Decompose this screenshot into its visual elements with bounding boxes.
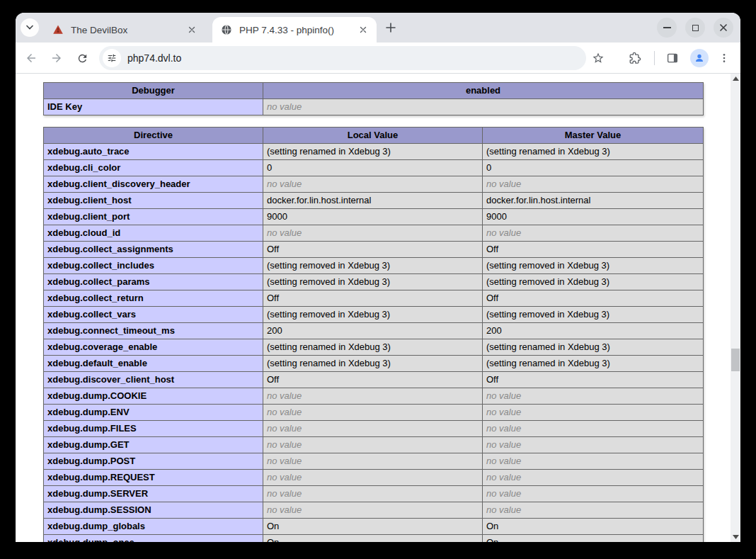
- master-value-cell: no value: [483, 470, 704, 486]
- directive-cell: IDE Key: [44, 99, 263, 115]
- directive-cell: xdebug.client_discovery_header: [44, 176, 263, 193]
- tab-devilbox[interactable]: The DevilBox: [44, 17, 205, 43]
- directive-cell: xdebug.client_host: [44, 193, 263, 209]
- master-value-cell: 9000: [483, 209, 704, 225]
- directive-cell: xdebug.dump_globals: [44, 519, 263, 535]
- table-row: xdebug.collect_assignmentsOffOff: [44, 242, 704, 258]
- debugger-table: Debugger enabled IDE Key no value: [43, 82, 704, 115]
- table-row: xdebug.dump.SESSIONno valueno value: [44, 502, 704, 519]
- menu-button[interactable]: [717, 51, 731, 65]
- table-row: xdebug.collect_vars(setting removed in X…: [44, 307, 704, 323]
- arrow-forward-icon: [50, 52, 63, 64]
- master-value-cell: no value: [483, 176, 704, 193]
- local-value-cell: On: [263, 535, 483, 543]
- back-button[interactable]: [24, 51, 38, 65]
- table-row: xdebug.collect_returnOffOff: [44, 290, 704, 307]
- table-row: xdebug.dump.POSTno valueno value: [44, 453, 704, 470]
- local-value-cell: no value: [263, 176, 483, 193]
- minimize-button[interactable]: [657, 18, 677, 38]
- debugger-header: Debugger: [44, 83, 263, 99]
- reload-button[interactable]: [75, 51, 89, 65]
- table-row: xdebug.client_hostdocker.for.lin.host.in…: [44, 193, 704, 209]
- local-value-cell: no value: [263, 486, 483, 502]
- local-value-cell: no value: [263, 388, 483, 405]
- local-value-cell: Off: [263, 290, 483, 307]
- browser-window: The DevilBox PHP 7.4.33 - phpinfo(): [16, 13, 740, 542]
- tab-strip: The DevilBox PHP 7.4.33 - phpinfo(): [16, 13, 740, 43]
- scroll-up-button[interactable]: [731, 74, 740, 84]
- master-value-cell: On: [483, 519, 704, 535]
- local-value-cell: (setting removed in Xdebug 3): [263, 258, 483, 274]
- local-value-cell: (setting renamed in Xdebug 3): [263, 356, 483, 372]
- directive-cell: xdebug.dump.SESSION: [44, 502, 263, 519]
- directive-cell: xdebug.connect_timeout_ms: [44, 323, 263, 339]
- new-tab-button[interactable]: [384, 21, 398, 35]
- person-icon: [694, 52, 705, 64]
- maximize-button[interactable]: [685, 18, 705, 38]
- tab-close-icon[interactable]: [185, 23, 198, 36]
- directive-cell: xdebug.dump_once: [44, 535, 263, 543]
- bookmark-button[interactable]: [591, 51, 605, 65]
- directive-cell: xdebug.dump.FILES: [44, 421, 263, 437]
- directive-cell: xdebug.collect_return: [44, 290, 263, 307]
- tab-phpinfo[interactable]: PHP 7.4.33 - phpinfo(): [212, 17, 377, 43]
- table-row: xdebug.collect_params(setting removed in…: [44, 274, 704, 290]
- table-row: xdebug.dump.SERVERno valueno value: [44, 486, 704, 502]
- master-value-cell: (setting removed in Xdebug 3): [483, 274, 704, 290]
- arrow-back-icon: [25, 52, 38, 64]
- close-button[interactable]: [714, 18, 733, 38]
- table-row: xdebug.client_port90009000: [44, 209, 704, 225]
- minimize-icon: [663, 27, 671, 28]
- master-value-cell: no value: [483, 421, 704, 437]
- phpinfo-page: Debugger enabled IDE Key no value Direct…: [16, 74, 740, 542]
- site-info-button[interactable]: [103, 49, 121, 67]
- table-row: xdebug.coverage_enable(setting renamed i…: [44, 339, 704, 356]
- side-panel-icon: [666, 52, 679, 64]
- master-value-cell: Off: [483, 290, 704, 307]
- table-row: xdebug.client_discovery_headerno valueno…: [44, 176, 704, 193]
- master-value-cell: no value: [483, 437, 704, 453]
- browser-toolbar: php74.dvl.to: [16, 43, 740, 74]
- column-header-local-value: Local Value: [263, 128, 483, 144]
- tab-title: PHP 7.4.33 - phpinfo(): [239, 25, 357, 35]
- page-scrollbar[interactable]: [731, 74, 740, 542]
- directive-cell: xdebug.collect_assignments: [44, 242, 263, 258]
- local-value-cell: Off: [263, 372, 483, 388]
- master-value-cell: no value: [483, 453, 704, 470]
- table-row: xdebug.dump.COOKIEno valueno value: [44, 388, 704, 405]
- table-row: xdebug.dump.FILESno valueno value: [44, 421, 704, 437]
- local-value-cell: (setting renamed in Xdebug 3): [263, 144, 483, 160]
- profile-button[interactable]: [690, 49, 709, 67]
- chevron-down-icon: [25, 25, 34, 30]
- xdebug-directive-table: Directive Local Value Master Value xdebu…: [43, 127, 704, 542]
- tab-close-icon[interactable]: [357, 23, 370, 36]
- address-bar[interactable]: php74.dvl.to: [99, 46, 586, 70]
- table-row: xdebug.auto_trace(setting renamed in Xde…: [44, 144, 704, 160]
- table-row: xdebug.discover_client_hostOffOff: [44, 372, 704, 388]
- master-value-cell: no value: [483, 388, 704, 405]
- directive-cell: xdebug.dump.REQUEST: [44, 470, 263, 486]
- scroll-down-button[interactable]: [731, 532, 740, 542]
- local-value-cell: On: [263, 519, 483, 535]
- extensions-button[interactable]: [628, 51, 642, 65]
- master-value-cell: 200: [483, 323, 704, 339]
- local-value-cell: no value: [263, 405, 483, 421]
- side-panel-button[interactable]: [665, 51, 680, 65]
- tab-search-button[interactable]: [21, 18, 39, 37]
- tab-title: The DevilBox: [71, 25, 185, 35]
- master-value-cell: Off: [483, 242, 704, 258]
- directive-cell: xdebug.auto_trace: [44, 144, 263, 160]
- master-value-cell: no value: [483, 405, 704, 421]
- scrollbar-thumb[interactable]: [731, 349, 740, 371]
- forward-button[interactable]: [50, 51, 64, 65]
- triangle-up-icon: [733, 77, 739, 81]
- kebab-menu-icon: [718, 52, 730, 64]
- maximize-icon: [692, 25, 699, 31]
- master-value-cell: (setting renamed in Xdebug 3): [483, 356, 704, 372]
- toolbar-divider: [654, 51, 655, 65]
- local-value-cell: no value: [263, 502, 483, 519]
- triangle-down-icon: [733, 535, 739, 539]
- url-text[interactable]: php74.dvl.to: [127, 52, 181, 64]
- local-value-cell: 9000: [263, 209, 483, 225]
- master-value-cell: (setting removed in Xdebug 3): [483, 258, 704, 274]
